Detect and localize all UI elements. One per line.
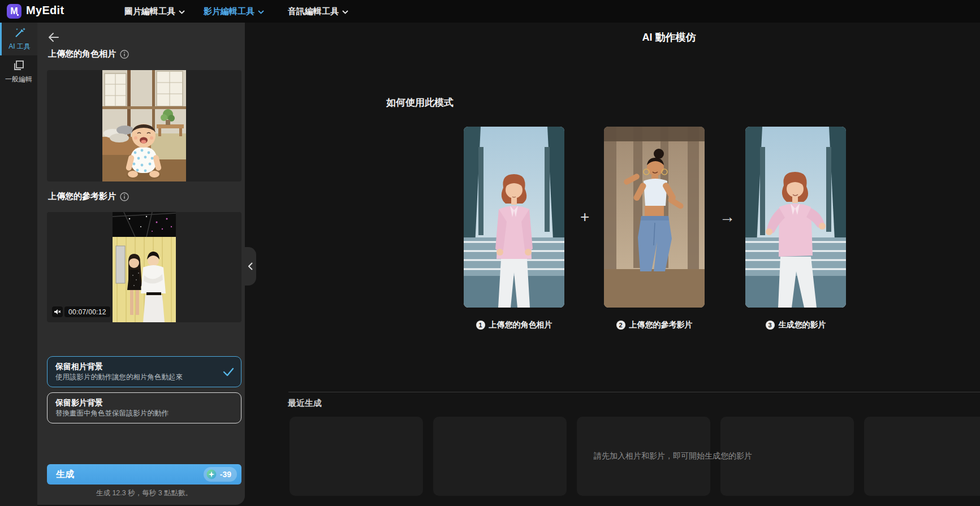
- mute-button[interactable]: [52, 306, 63, 317]
- step-caption-2: 2 上傳您的參考影片: [604, 320, 705, 330]
- recent-card-placeholder: [433, 417, 567, 496]
- panel-collapse-handle[interactable]: [245, 247, 256, 286]
- howto-heading: 如何使用此模式: [386, 96, 454, 109]
- tool-rail: AI 工具 一般編輯: [0, 23, 37, 506]
- chevron-down-icon: [179, 10, 185, 14]
- tool-panel: 上傳您的角色相片: [37, 23, 245, 505]
- check-icon: [223, 367, 234, 377]
- chevron-down-icon: [342, 10, 348, 14]
- mode-card-keep-video-bg[interactable]: 保留影片背景 替換畫面中角色並保留該影片的動作: [47, 392, 241, 423]
- rail-item-label: 一般編輯: [5, 75, 32, 84]
- magic-wand-icon: [14, 27, 26, 39]
- step-badge: 3: [766, 321, 775, 330]
- plus-sign: +: [580, 208, 589, 226]
- nav-item-image-tools[interactable]: 圖片編輯工具: [124, 0, 185, 23]
- mode-card-desc: 替換畫面中角色並保留該影片的動作: [55, 409, 219, 418]
- mode-card-title: 保留影片背景: [55, 397, 219, 408]
- recent-divider: [288, 392, 980, 392]
- step-badge: 1: [476, 321, 485, 330]
- nav-item-label: 圖片編輯工具: [124, 6, 175, 17]
- photo-upload-box[interactable]: [47, 70, 241, 181]
- nav-item-label: 音訊編輯工具: [288, 6, 339, 17]
- myedit-logo-icon[interactable]: M: [7, 4, 21, 19]
- video-upload-box[interactable]: 00:07/00:12: [47, 212, 241, 322]
- arrow-sign: →: [719, 208, 735, 226]
- step-label: 生成您的影片: [779, 320, 826, 330]
- info-icon[interactable]: [120, 50, 129, 59]
- app-window: M MyEdit 圖片編輯工具 影片編輯工具 音訊編輯工具 AI 工具: [0, 0, 980, 506]
- generate-note: 生成 12.3 秒，每秒 3 點點數。: [47, 488, 241, 498]
- step-caption-3: 3 生成您的影片: [745, 320, 846, 330]
- nav-item-video-tools[interactable]: 影片編輯工具: [204, 0, 264, 23]
- recent-empty-hint: 請先加入相片和影片，即可開始生成您的影片: [594, 451, 752, 461]
- rail-item-general-edit[interactable]: 一般編輯: [0, 55, 37, 88]
- nav-item-label: 影片編輯工具: [204, 6, 254, 17]
- step-label: 上傳您的參考影片: [629, 320, 693, 330]
- recent-card-placeholder: [290, 417, 423, 496]
- reference-video-preview: [113, 212, 176, 322]
- step-badge: 2: [616, 321, 625, 330]
- back-button[interactable]: [47, 31, 61, 44]
- recent-card-placeholder: [864, 417, 980, 496]
- example-image-result: [745, 127, 846, 308]
- video-controls: 00:07/00:12: [52, 306, 110, 317]
- credits-cost: -39: [220, 470, 231, 479]
- page-title: AI 動作模仿: [612, 31, 726, 44]
- mode-card-keep-photo-bg[interactable]: 保留相片背景 使用該影片的動作讓您的相片角色動起來: [47, 356, 241, 387]
- step-label: 上傳您的角色相片: [489, 320, 552, 330]
- section-title-photo: 上傳您的角色相片: [48, 49, 129, 59]
- character-photo-preview: [102, 70, 186, 181]
- example-image-reference: [604, 127, 705, 308]
- arrow-left-icon: [47, 31, 61, 44]
- chevron-down-icon: [258, 10, 264, 14]
- info-icon[interactable]: [120, 192, 129, 201]
- step-caption-1: 1 上傳您的角色相片: [464, 320, 564, 330]
- example-image-character: [464, 127, 564, 308]
- muted-speaker-icon: [54, 308, 61, 315]
- recent-title: 最近生成: [288, 398, 322, 409]
- chevron-left-icon: [248, 262, 253, 270]
- mode-card-desc: 使用該影片的動作讓您的相片角色動起來: [55, 373, 219, 382]
- rail-item-label: AI 工具: [8, 42, 31, 51]
- rail-item-ai-tools[interactable]: AI 工具: [0, 23, 37, 55]
- section-title-video: 上傳您的參考影片: [48, 191, 129, 202]
- top-nav: M MyEdit 圖片編輯工具 影片編輯工具 音訊編輯工具: [0, 0, 980, 23]
- coin-icon: [206, 469, 217, 480]
- credits-badge: -39: [204, 467, 237, 482]
- nav-item-audio-tools[interactable]: 音訊編輯工具: [288, 0, 348, 23]
- generate-label: 生成: [56, 469, 204, 481]
- layers-icon: [12, 59, 25, 72]
- generate-button[interactable]: 生成 -39: [47, 464, 241, 485]
- brand-name[interactable]: MyEdit: [26, 4, 64, 17]
- mode-card-title: 保留相片背景: [55, 361, 219, 371]
- video-time: 00:07/00:12: [64, 306, 110, 317]
